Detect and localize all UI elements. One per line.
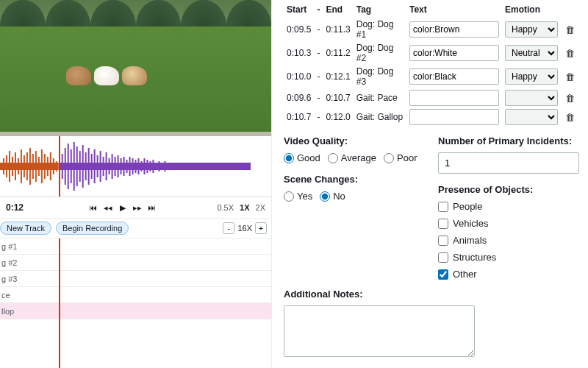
quality-option[interactable]: Good: [284, 152, 320, 163]
text-input[interactable]: [409, 45, 499, 61]
radio-input[interactable]: [320, 191, 330, 202]
svg-rect-39: [115, 157, 116, 176]
svg-rect-31: [91, 154, 93, 179]
quality-option[interactable]: Poor: [384, 152, 417, 163]
scene-option[interactable]: No: [320, 191, 345, 202]
svg-rect-32: [94, 149, 96, 183]
quality-option[interactable]: Average: [328, 152, 376, 163]
checkbox-input[interactable]: [438, 269, 448, 280]
svg-rect-53: [155, 163, 157, 170]
table-row: 0:09.6-0:10.7Gait: PaceHappyNeutralSad🗑: [284, 88, 579, 107]
svg-rect-37: [109, 158, 110, 174]
svg-rect-48: [140, 161, 142, 171]
text-input[interactable]: [409, 68, 499, 85]
track-row[interactable]: g #1: [0, 238, 271, 255]
cell-start: 0:09.5: [284, 18, 314, 41]
track-row[interactable]: g #2: [0, 255, 271, 271]
speed-2x[interactable]: 2X: [256, 203, 265, 212]
trash-icon[interactable]: 🗑: [564, 48, 576, 59]
play-icon[interactable]: ▶: [117, 202, 129, 213]
emotion-select[interactable]: HappyNeutralSad: [505, 90, 558, 106]
svg-rect-27: [79, 151, 81, 182]
table-row: 0:10.7-0:12.0Gait: GallopHappyNeutralSad…: [284, 107, 579, 127]
emotion-select[interactable]: HappyNeutralSad: [505, 21, 558, 38]
text-input[interactable]: [409, 109, 499, 125]
cell-end: 0:11.2: [323, 41, 353, 65]
scene-option[interactable]: Yes: [284, 191, 312, 202]
skip-start-icon[interactable]: ⏮: [87, 202, 99, 213]
radio-input[interactable]: [284, 153, 294, 163]
track-row[interactable]: llop: [0, 303, 271, 319]
cell-tag: Gait: Gallop: [354, 107, 406, 127]
begin-recording-button[interactable]: Begin Recording: [56, 222, 129, 235]
cell-end: 0:12.0: [323, 107, 353, 127]
svg-rect-55: [161, 163, 162, 170]
object-option[interactable]: People: [438, 201, 579, 212]
svg-rect-35: [103, 157, 104, 176]
trash-icon[interactable]: 🗑: [564, 93, 576, 104]
radio-input[interactable]: [328, 153, 338, 163]
object-option[interactable]: Animals: [438, 235, 579, 246]
zoom-in-button[interactable]: +: [255, 222, 267, 234]
svg-rect-11: [32, 154, 34, 179]
col-text: Text: [406, 3, 502, 18]
svg-rect-28: [82, 145, 84, 188]
cell-end: 0:10.7: [323, 88, 353, 107]
svg-rect-43: [126, 160, 128, 173]
step-forward-icon[interactable]: ▸▸: [132, 202, 143, 213]
svg-rect-56: [164, 161, 165, 171]
object-option[interactable]: Vehicles: [438, 218, 579, 229]
cell-tag: Dog: Dog #3: [354, 65, 406, 88]
zoom-out-button[interactable]: -: [223, 222, 234, 234]
dog-white: [94, 66, 119, 85]
object-option[interactable]: Other: [438, 269, 579, 280]
svg-rect-10: [29, 148, 31, 185]
checkbox-input[interactable]: [438, 202, 448, 212]
speed-0-5x[interactable]: 0.5X: [217, 203, 234, 212]
svg-rect-59: [173, 163, 174, 170]
speed-1x[interactable]: 1X: [240, 203, 249, 212]
svg-rect-24: [71, 149, 72, 183]
svg-rect-23: [68, 144, 69, 189]
svg-rect-49: [143, 158, 145, 174]
svg-rect-58: [170, 164, 171, 169]
trash-icon[interactable]: 🗑: [564, 112, 576, 123]
new-track-button[interactable]: New Track: [0, 222, 51, 235]
skip-end-icon[interactable]: ⏭: [146, 202, 158, 213]
emotion-select[interactable]: HappyNeutralSad: [505, 45, 558, 61]
notes-textarea[interactable]: [284, 305, 475, 357]
svg-rect-36: [106, 152, 107, 180]
emotion-select[interactable]: HappyNeutralSad: [505, 109, 558, 125]
cell-end: 0:11.3: [323, 18, 353, 41]
video-preview[interactable]: [0, 0, 271, 136]
svg-rect-46: [135, 160, 137, 173]
timeline-playhead[interactable]: [59, 238, 60, 368]
trash-icon[interactable]: 🗑: [564, 71, 576, 82]
svg-rect-64: [205, 165, 207, 168]
zoom-level: 16X: [237, 224, 252, 233]
checkbox-input[interactable]: [438, 252, 448, 263]
emotion-select[interactable]: HappyNeutralSad: [505, 68, 558, 85]
text-input[interactable]: [409, 90, 499, 106]
cell-start: 0:10.0: [284, 65, 314, 88]
svg-rect-15: [44, 154, 46, 179]
svg-rect-29: [85, 152, 87, 180]
checkbox-input[interactable]: [438, 219, 448, 229]
incidents-input[interactable]: [438, 152, 579, 174]
svg-rect-52: [152, 160, 154, 173]
trash-icon[interactable]: 🗑: [564, 24, 576, 35]
track-row[interactable]: g #3: [0, 271, 271, 287]
audio-waveform[interactable]: [0, 136, 271, 197]
table-row: 0:10.3-0:11.2Dog: Dog #2HappyNeutralSad🗑: [284, 41, 579, 65]
step-back-icon[interactable]: ◂◂: [102, 202, 114, 213]
svg-rect-6: [18, 158, 19, 174]
radio-input[interactable]: [384, 153, 394, 163]
text-input[interactable]: [409, 21, 499, 38]
radio-input[interactable]: [284, 191, 294, 202]
track-row[interactable]: ce: [0, 287, 271, 303]
object-option[interactable]: Structures: [438, 252, 579, 263]
cell-end: 0:12.1: [323, 65, 353, 88]
col-start: Start: [284, 3, 314, 18]
checkbox-input[interactable]: [438, 236, 448, 246]
waveform-playhead[interactable]: [59, 136, 60, 197]
